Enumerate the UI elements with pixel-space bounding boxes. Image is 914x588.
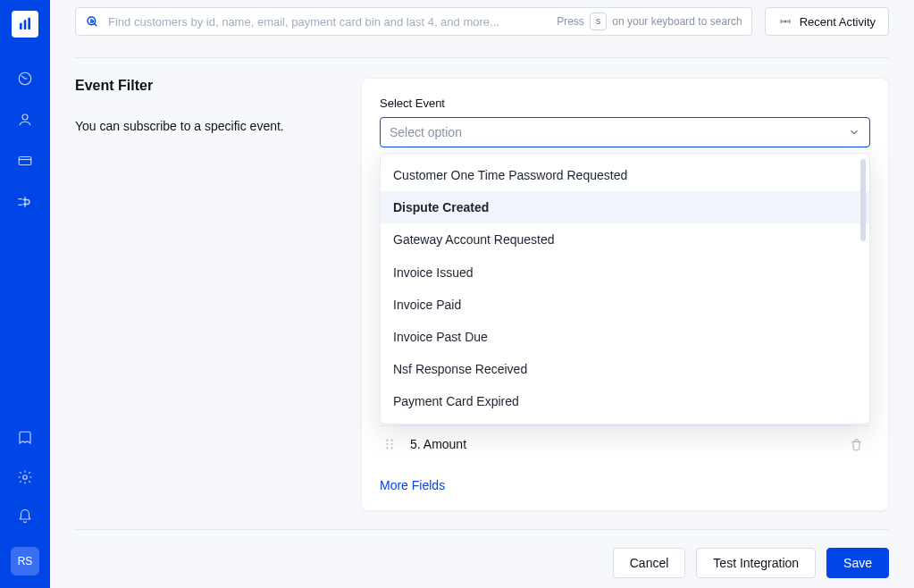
bookmark-icon[interactable] — [16, 429, 34, 447]
topbar: Press s on your keyboard to search Recen… — [50, 0, 914, 45]
event-card: Select Event Customer One Time Password … — [361, 78, 889, 511]
app-logo[interactable] — [12, 11, 38, 38]
select-event-input[interactable] — [380, 117, 870, 147]
divider — [75, 57, 889, 58]
dropdown-item[interactable]: Invoice Past Due — [381, 321, 869, 353]
cancel-button[interactable]: Cancel — [613, 548, 686, 578]
avatar-initials: RS — [18, 555, 33, 567]
page-body: Event Filter You can subscribe to a spec… — [50, 45, 914, 588]
nav-top — [16, 70, 34, 211]
dropdown-item[interactable]: Dispute Created — [381, 191, 869, 223]
search-hint: Press s on your keyboard to search — [557, 13, 742, 29]
field-label: 5. Amount — [410, 437, 843, 451]
drag-handle-icon[interactable] — [382, 438, 398, 450]
select-event-label: Select Event — [380, 97, 870, 110]
svg-rect-1 — [24, 20, 27, 29]
svg-point-4 — [22, 114, 28, 120]
bell-icon[interactable] — [16, 508, 34, 525]
test-integration-button[interactable]: Test Integration — [696, 548, 816, 578]
svg-rect-5 — [19, 157, 31, 165]
section-desc: You can subscribe to a specific event. — [75, 119, 336, 133]
dropdown-item[interactable]: Invoice Issued — [381, 256, 869, 289]
search-icon — [85, 14, 99, 29]
footer-actions: Cancel Test Integration Save — [75, 529, 889, 578]
money-flow-icon[interactable] — [16, 193, 34, 211]
dropdown-scrollbar[interactable] — [860, 159, 866, 241]
hint-pre: Press — [557, 15, 584, 28]
recent-activity-label: Recent Activity — [800, 15, 876, 29]
dashboard-icon[interactable] — [16, 70, 34, 88]
main: Press s on your keyboard to search Recen… — [50, 0, 914, 588]
dropdown-item[interactable]: Gateway Account Requested — [381, 223, 869, 256]
search-box[interactable]: Press s on your keyboard to search — [75, 7, 752, 36]
chevron-down-icon — [848, 126, 860, 139]
svg-point-8 — [784, 21, 786, 22]
select-event-text[interactable] — [390, 125, 848, 139]
customer-icon[interactable] — [16, 111, 34, 129]
svg-point-16 — [391, 440, 393, 441]
svg-rect-2 — [28, 18, 30, 29]
svg-point-20 — [391, 447, 393, 449]
nav-bottom: RS — [11, 429, 39, 588]
dropdown-item[interactable]: Nsf Response Received — [381, 353, 869, 385]
section-intro: Event Filter You can subscribe to a spec… — [75, 78, 361, 133]
hint-post: on your keyboard to search — [612, 15, 742, 28]
gear-icon[interactable] — [16, 468, 34, 486]
search-input[interactable] — [108, 15, 548, 29]
field-row: 5. Amount — [380, 426, 870, 462]
event-filter-section: Event Filter You can subscribe to a spec… — [75, 78, 889, 511]
event-dropdown: Customer One Time Password RequestedDisp… — [380, 153, 870, 424]
section-title: Event Filter — [75, 78, 336, 94]
sidebar: RS — [0, 0, 50, 588]
hint-key: s — [590, 13, 608, 29]
select-event-wrap: Customer One Time Password RequestedDisp… — [380, 117, 870, 147]
svg-point-18 — [391, 443, 393, 445]
dropdown-item[interactable]: Invoice Paid — [381, 289, 869, 321]
svg-point-17 — [386, 443, 388, 445]
dropdown-item[interactable]: Payment Card Expired — [381, 385, 869, 417]
avatar[interactable]: RS — [11, 547, 39, 575]
recent-activity-button[interactable]: Recent Activity — [765, 7, 889, 36]
svg-point-6 — [23, 475, 28, 480]
svg-rect-0 — [20, 23, 22, 29]
dropdown-item[interactable]: Customer One Time Password Requested — [381, 159, 869, 191]
broadcast-icon — [778, 14, 792, 29]
more-fields-link[interactable]: More Fields — [380, 478, 870, 492]
svg-point-19 — [386, 447, 388, 449]
delete-field-icon[interactable] — [843, 438, 868, 451]
save-button[interactable]: Save — [826, 548, 889, 578]
card-icon[interactable] — [16, 152, 34, 170]
svg-point-15 — [386, 440, 388, 441]
